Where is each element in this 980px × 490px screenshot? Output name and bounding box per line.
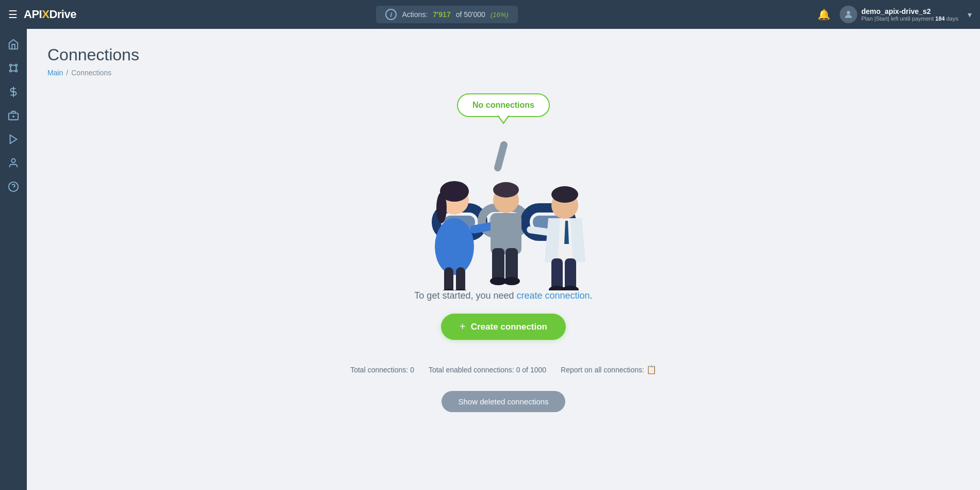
user-info: demo_apix-drive_s2 Plan |Start| left unt… bbox=[861, 7, 958, 22]
actions-pct: (16%) bbox=[491, 11, 509, 19]
create-connection-link[interactable]: create connection bbox=[517, 290, 590, 301]
actions-box: i Actions: 7'917 of 50'000 (16%) bbox=[376, 6, 517, 23]
avatar bbox=[840, 6, 857, 23]
total-connections-stat: Total connections: 0 bbox=[350, 366, 414, 374]
sidebar-item-billing[interactable] bbox=[2, 80, 25, 103]
svg-point-39 bbox=[503, 277, 520, 285]
sidebar-item-home[interactable] bbox=[2, 33, 25, 56]
svg-rect-33 bbox=[491, 213, 521, 254]
svg-point-3 bbox=[10, 70, 12, 72]
logo-api: API bbox=[24, 8, 42, 21]
create-button-label: Create connection bbox=[471, 322, 547, 332]
actions-label: Actions: bbox=[402, 10, 428, 19]
svg-rect-28 bbox=[444, 267, 453, 290]
svg-point-50 bbox=[562, 286, 579, 290]
nav-right: 🔔 demo_apix-drive_s2 Plan |Start| left u… bbox=[818, 6, 972, 23]
main-content: Connections Main / Connections No connec… bbox=[27, 29, 980, 490]
svg-point-26 bbox=[436, 192, 447, 223]
svg-marker-43 bbox=[570, 218, 585, 262]
svg-point-1 bbox=[10, 64, 12, 67]
info-icon: i bbox=[385, 9, 397, 20]
breadcrumb: Main / Connections bbox=[47, 69, 959, 77]
report-stat: Report on all connections: 📋 bbox=[561, 365, 657, 374]
svg-rect-29 bbox=[456, 267, 465, 290]
breadcrumb-separator: / bbox=[66, 69, 68, 77]
actions-value: 7'917 bbox=[433, 10, 450, 19]
show-deleted-button[interactable]: Show deleted connections bbox=[442, 391, 565, 412]
svg-rect-47 bbox=[551, 258, 563, 290]
create-connection-button[interactable]: + Create connection bbox=[441, 314, 566, 340]
breadcrumb-current: Connections bbox=[71, 69, 111, 77]
sidebar-item-tools[interactable] bbox=[2, 104, 25, 127]
svg-point-0 bbox=[847, 11, 851, 14]
sidebar-item-connections[interactable] bbox=[2, 57, 25, 79]
svg-point-45 bbox=[551, 186, 578, 203]
breadcrumb-main-link[interactable]: Main bbox=[47, 69, 63, 77]
plus-icon: + bbox=[460, 321, 466, 333]
user-name: demo_apix-drive_s2 bbox=[861, 7, 958, 15]
total-enabled-stat: Total enabled connections: 0 of 1000 bbox=[429, 366, 546, 374]
hamburger-icon[interactable]: ☰ bbox=[8, 8, 18, 21]
chevron-down-icon[interactable]: ▾ bbox=[968, 10, 972, 20]
sidebar-item-profile[interactable] bbox=[2, 152, 25, 174]
user-section[interactable]: demo_apix-drive_s2 Plan |Start| left unt… bbox=[840, 6, 958, 23]
svg-marker-13 bbox=[10, 135, 17, 144]
svg-rect-37 bbox=[505, 248, 518, 282]
nav-center: i Actions: 7'917 of 50'000 (16%) bbox=[76, 6, 818, 23]
show-deleted-label: Show deleted connections bbox=[458, 397, 548, 406]
stats-row: Total connections: 0 Total enabled conne… bbox=[350, 365, 657, 374]
top-navigation: ☰ APIXDrive i Actions: 7'917 of 50'000 (… bbox=[0, 0, 980, 29]
bell-icon[interactable]: 🔔 bbox=[818, 8, 830, 21]
svg-rect-32 bbox=[493, 140, 508, 172]
logo-x: X bbox=[42, 8, 49, 21]
logo-drive: Drive bbox=[49, 8, 76, 21]
svg-rect-48 bbox=[565, 258, 576, 290]
sidebar-item-media[interactable] bbox=[2, 128, 25, 151]
cta-text: To get started, you need create connecti… bbox=[414, 290, 592, 301]
page-title: Connections bbox=[47, 45, 959, 64]
sidebar-item-help[interactable] bbox=[2, 175, 25, 198]
no-connections-text: No connections bbox=[472, 101, 534, 109]
svg-point-35 bbox=[493, 182, 519, 198]
svg-point-2 bbox=[15, 64, 18, 67]
sidebar bbox=[0, 29, 27, 490]
svg-rect-36 bbox=[492, 248, 504, 282]
cta-text-before: To get started, you need bbox=[414, 290, 514, 301]
svg-point-23 bbox=[435, 218, 474, 275]
actions-total: of 50'000 bbox=[456, 10, 485, 19]
logo: APIXDrive bbox=[24, 8, 76, 21]
cloud-bubble-container: No connections bbox=[457, 93, 550, 117]
report-icon[interactable]: 📋 bbox=[646, 365, 657, 374]
user-plan: Plan |Start| left until payment 184 days bbox=[861, 15, 958, 22]
svg-point-4 bbox=[15, 70, 18, 72]
center-area: No connections bbox=[47, 93, 959, 412]
svg-point-14 bbox=[11, 159, 15, 162]
illustration bbox=[395, 130, 612, 290]
no-connections-bubble: No connections bbox=[457, 93, 550, 117]
